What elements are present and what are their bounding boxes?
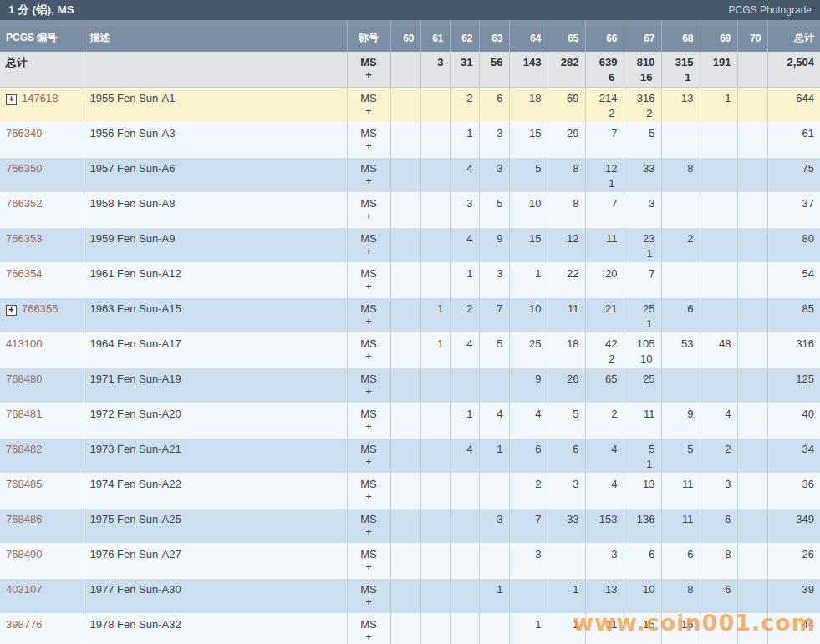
pcgs-cell: 768482	[0, 438, 84, 473]
grade-cell-60	[390, 122, 420, 157]
header-spacer	[509, 20, 548, 26]
grade-cell-70	[737, 262, 767, 297]
grade-cell-63	[479, 613, 509, 644]
grade-cell-69: 4	[700, 403, 737, 438]
pcgs-number-link[interactable]: 768485	[6, 478, 42, 490]
grade-cell-61	[420, 262, 450, 297]
grade-cell-65: 11	[548, 297, 585, 332]
grade-cell-61	[420, 438, 450, 473]
grade-cell-65: 18	[548, 332, 585, 368]
pcgs-number-link[interactable]: 147618	[22, 92, 58, 104]
grade-cell-68: 53	[661, 332, 700, 368]
description-cell: 1978 Fen Sun-A32	[84, 613, 347, 644]
pcgs-number-link[interactable]: 768482	[6, 443, 42, 455]
grade-cell-67: 33	[624, 157, 661, 192]
grade-cell-60	[390, 157, 420, 192]
grade-cell-68: 11	[661, 473, 700, 508]
pcgs-number-link[interactable]: 768486	[6, 513, 42, 525]
grade-cell-66: 4	[585, 438, 624, 473]
grade-cell-69	[700, 613, 737, 644]
row-total-cell: 85	[767, 297, 820, 332]
grade-cell-60	[390, 403, 420, 438]
designation-cell: MS+	[347, 87, 390, 122]
pcgs-number-link[interactable]: 766349	[6, 127, 42, 139]
designation-cell: MS+	[347, 368, 390, 403]
grade-cell-60	[390, 332, 420, 368]
grade-cell-70	[737, 192, 767, 227]
expand-icon[interactable]: +	[6, 94, 17, 105]
grade-cell-63	[479, 473, 509, 508]
pcgs-number-link[interactable]: 766354	[6, 267, 42, 280]
column-header-65: 65	[548, 26, 585, 52]
grade-cell-64: 1	[509, 262, 548, 297]
grade-cell-64: 7	[509, 508, 548, 543]
grade-cell-61	[420, 122, 450, 157]
grade-cell-62	[450, 473, 479, 508]
header-spacer	[479, 20, 509, 26]
grade-cell-66: 4	[585, 473, 624, 508]
pcgs-cell: 768485	[0, 473, 84, 508]
pcgs-number-link[interactable]: 768481	[6, 408, 42, 420]
grade-cell-66: 7	[585, 122, 624, 157]
column-header-62: 62	[450, 26, 479, 52]
row-total-cell: 44	[767, 613, 820, 644]
grade-cell-62: 2	[450, 297, 479, 332]
grade-cell-66: 6396	[585, 52, 624, 87]
column-header-60: 60	[390, 26, 420, 52]
expand-icon[interactable]: +	[6, 305, 17, 316]
header-spacer	[585, 20, 624, 26]
row-total-cell: 36	[767, 473, 820, 508]
grade-cell-64: 25	[509, 332, 548, 368]
grade-cell-62	[450, 578, 479, 613]
grade-cell-61: 3	[420, 52, 450, 87]
header-spacer	[624, 20, 661, 26]
pcgs-cell: 768481	[0, 403, 84, 438]
grade-cell-62: 4	[450, 157, 479, 192]
grade-cell-66: 2	[585, 403, 624, 438]
pcgs-cell: +147618	[0, 87, 84, 122]
row-total-cell: 316	[767, 332, 820, 368]
pcgs-number-link[interactable]: 413100	[6, 337, 42, 350]
pcgs-number-link[interactable]: 766350	[6, 162, 42, 175]
table-row: 7663531959 Fen Sun-A9MS+49151211231280	[0, 227, 820, 262]
grade-cell-65: 3	[548, 473, 585, 508]
designation-cell: MS+	[347, 227, 390, 262]
grade-cell-70	[737, 297, 767, 332]
pcgs-cell: 403107	[0, 578, 84, 613]
grade-cell-60	[390, 227, 420, 262]
pcgs-number-link[interactable]: 766353	[6, 232, 42, 245]
column-header-67: 67	[624, 26, 661, 52]
grade-cell-70	[737, 438, 767, 473]
designation-cell: MS+	[347, 192, 390, 227]
grade-cell-68: 8	[661, 157, 700, 192]
grade-cell-62	[450, 613, 479, 644]
grade-cell-68: 13	[661, 87, 700, 122]
grade-cell-62: 1	[450, 262, 479, 297]
description-cell: 1976 Fen Sun-A27	[84, 543, 347, 578]
grade-cell-60	[390, 368, 420, 403]
designation-cell: MS+	[347, 157, 390, 192]
grade-cell-66: 121	[585, 157, 624, 192]
table-row: 7663521958 Fen Sun-A8MS+351087337	[0, 192, 820, 227]
grade-cell-67: 51	[624, 438, 661, 473]
pcgs-number-link[interactable]: 768480	[6, 373, 42, 385]
pcgs-number-link[interactable]: 768490	[6, 548, 42, 560]
grade-cell-70	[737, 473, 767, 508]
grade-cell-63: 3	[479, 157, 509, 192]
designation-cell: MS+	[347, 297, 390, 332]
pcgs-number-link[interactable]: 403107	[6, 583, 42, 596]
grade-cell-69	[700, 227, 737, 262]
header-spacer	[548, 20, 585, 26]
grade-cell-67: 5	[624, 122, 661, 157]
grade-cell-65: 26	[548, 368, 585, 403]
table-row: 7663501957 Fen Sun-A6MS+435812133875	[0, 157, 820, 192]
designation-cell: MS+	[347, 332, 390, 368]
grade-cell-64: 9	[509, 368, 548, 403]
pcgs-number-link[interactable]: 398776	[6, 618, 42, 631]
grade-cell-67: 15	[624, 613, 661, 644]
grade-cell-61	[420, 543, 450, 578]
grade-cell-64: 15	[509, 122, 548, 157]
pcgs-number-link[interactable]: 766355	[22, 302, 58, 315]
photograde-link[interactable]: PCGS Photograde	[729, 4, 812, 16]
pcgs-number-link[interactable]: 766352	[6, 197, 42, 210]
